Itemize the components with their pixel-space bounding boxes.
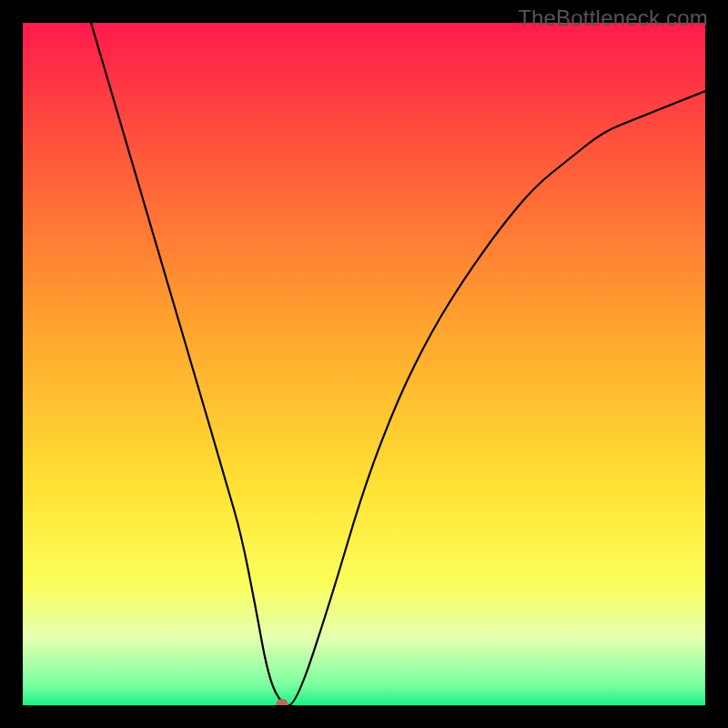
plot-area [23, 23, 705, 705]
watermark-label: TheBottleneck.com [518, 5, 708, 31]
optimum-point-marker [276, 699, 288, 705]
chart-frame: TheBottleneck.com [0, 0, 728, 728]
bottleneck-curve [23, 23, 705, 705]
